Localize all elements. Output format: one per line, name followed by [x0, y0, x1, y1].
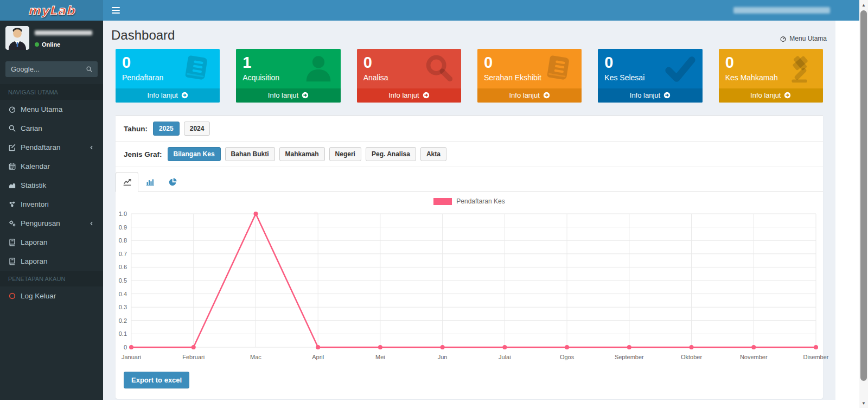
- sidebar-item-menu-utama[interactable]: Menu Utama: [0, 100, 103, 119]
- hamburger-icon: [112, 7, 120, 9]
- chart-type-tabs: [116, 172, 823, 192]
- svg-text:Oktober: Oktober: [681, 354, 702, 360]
- legend-label: Pendaftaran Kes: [456, 197, 505, 205]
- scroll-down-arrow[interactable]: ▼: [859, 399, 868, 407]
- arrow-circle-right-icon: [181, 92, 188, 99]
- svg-text:0.8: 0.8: [119, 237, 127, 244]
- svg-text:0.7: 0.7: [119, 251, 127, 257]
- sidebar-item-label: Inventori: [21, 200, 49, 208]
- app-logo[interactable]: myLab: [0, 0, 103, 21]
- sidebar-item-laporan-1[interactable]: Laporan: [0, 233, 103, 252]
- type-button-akta[interactable]: Akta: [420, 147, 446, 161]
- svg-text:Mei: Mei: [375, 354, 385, 360]
- type-button-negeri[interactable]: Negeri: [329, 147, 361, 161]
- arrow-circle-right-icon: [663, 92, 671, 99]
- info-lanjut-link[interactable]: Info lanjut: [477, 88, 582, 103]
- content-header: Dashboard Menu Utama: [103, 21, 835, 49]
- info-box-kes-selesai: 0 Kes Selesai Info lanjut: [598, 49, 702, 103]
- user-status[interactable]: Online: [35, 41, 92, 48]
- sidebar-item-pendaftaran[interactable]: Pendaftaran: [0, 138, 103, 157]
- pie-chart-icon: [168, 177, 177, 187]
- sidebar-item-label: Log Keluar: [21, 292, 56, 300]
- user-name-redacted: [35, 30, 92, 35]
- info-lanjut-link[interactable]: Info lanjut: [719, 88, 823, 103]
- scroll-up-arrow[interactable]: ▲: [859, 1, 868, 9]
- chart-panel: Tahun: 2025 2024 Jenis Graf: Bilangan Ke…: [116, 116, 823, 399]
- svg-text:Jun: Jun: [438, 354, 448, 360]
- year-button-2025[interactable]: 2025: [153, 122, 180, 136]
- chart-area: Pendaftaran Kes 00.10.20.30.40.50.60.70.…: [116, 192, 823, 365]
- scrollbar-thumb[interactable]: [860, 10, 867, 381]
- vertical-scrollbar[interactable]: ▲ ▼: [859, 0, 868, 408]
- breadcrumb[interactable]: Menu Utama: [780, 35, 827, 42]
- info-box-pendaftaran: 0 Pendaftaran Info lanjut: [116, 49, 220, 103]
- info-lanjut-link[interactable]: Info lanjut: [236, 88, 340, 103]
- svg-text:Ogos: Ogos: [560, 354, 575, 360]
- info-box-acquisition: 1 Acquisition Info lanjut: [236, 49, 340, 103]
- search-input[interactable]: [5, 61, 80, 77]
- sidebar-item-label: Laporan: [21, 257, 48, 265]
- cogs-icon: [8, 219, 21, 227]
- user-icon: [302, 52, 335, 88]
- export-to-excel-button[interactable]: Export to excel: [124, 372, 189, 388]
- tab-pie-chart[interactable]: [161, 172, 184, 192]
- sidebar-item-carian[interactable]: Carian: [0, 119, 103, 138]
- top-navbar: myLab: [0, 0, 859, 21]
- sidebar-section-navigasi: NAVIGASI UTAMA: [0, 84, 103, 100]
- legend-swatch: [433, 198, 452, 205]
- navbar-username-redacted[interactable]: [733, 7, 830, 14]
- arrow-circle-right-icon: [784, 92, 791, 99]
- sidebar-item-label: Menu Utama: [21, 105, 62, 113]
- bar-chart-icon: [145, 177, 155, 187]
- svg-text:0.9: 0.9: [119, 224, 127, 231]
- chevron-left-icon: [88, 220, 95, 227]
- svg-text:Julai: Julai: [499, 354, 511, 360]
- type-button-mahkamah[interactable]: Mahkamah: [279, 147, 325, 161]
- sidebar-toggle-button[interactable]: [103, 0, 128, 21]
- svg-text:0: 0: [124, 344, 127, 350]
- type-button-peg-analisa[interactable]: Peg. Analisa: [366, 147, 416, 161]
- svg-text:0.5: 0.5: [119, 277, 127, 284]
- type-button-bilangan-kes[interactable]: Bilangan Kes: [168, 147, 221, 161]
- info-lanjut-link[interactable]: Info lanjut: [598, 88, 702, 103]
- sidebar-item-pengurusan[interactable]: Pengurusan: [0, 214, 103, 233]
- tab-line-chart[interactable]: [116, 172, 138, 192]
- arrow-circle-right-icon: [543, 92, 550, 99]
- year-button-2024[interactable]: 2024: [184, 122, 210, 136]
- book-icon: [181, 52, 214, 88]
- sidebar-nav: Menu Utama Carian Pendaftaran Kalendar S…: [0, 100, 103, 271]
- info-box-serahan-ekshibit: 0 Serahan Ekshibit Info lanjut: [477, 49, 582, 103]
- search-icon: [8, 124, 21, 132]
- svg-text:Disember: Disember: [803, 354, 828, 360]
- search-submit-button[interactable]: [80, 61, 98, 77]
- sidebar-item-statistik[interactable]: Statistik: [0, 176, 103, 195]
- svg-text:September: September: [615, 354, 644, 360]
- online-status-label: Online: [42, 41, 60, 48]
- sidebar-item-label: Pendaftaran: [21, 143, 61, 151]
- sidebar-item-inventori[interactable]: Inventori: [0, 195, 103, 214]
- area-chart-icon: [8, 181, 21, 189]
- graph-type-filter-row: Jenis Graf: Bilangan Kes Bahan Bukti Mah…: [116, 142, 823, 167]
- info-box-kes-mahkamah: 0 Kes Mahkamah Info lanjut: [719, 49, 823, 103]
- sidebar-item-kalendar[interactable]: Kalendar: [0, 157, 103, 176]
- user-avatar: [5, 26, 29, 50]
- content-wrapper: Dashboard Menu Utama 0 Pendaftaran Info …: [103, 21, 835, 400]
- calendar-icon: [8, 162, 21, 170]
- book-icon: [8, 238, 21, 246]
- sidebar-item-log-keluar[interactable]: Log Keluar: [0, 286, 103, 305]
- jenis-graf-label: Jenis Graf:: [124, 150, 162, 158]
- info-lanjut-link[interactable]: Info lanjut: [116, 88, 220, 103]
- sidebar-user-panel: Online: [0, 21, 103, 55]
- sidebar-item-laporan-2[interactable]: Laporan: [0, 252, 103, 271]
- type-button-bahan-bukti[interactable]: Bahan Bukti: [225, 147, 275, 161]
- line-chart-icon: [123, 177, 132, 187]
- tab-bar-chart[interactable]: [138, 172, 161, 192]
- book-icon: [8, 257, 21, 265]
- sidebar-item-label: Laporan: [21, 238, 48, 246]
- sidebar-item-label: Pengurusan: [21, 219, 60, 227]
- info-lanjut-link[interactable]: Info lanjut: [357, 88, 461, 103]
- svg-text:0.6: 0.6: [119, 264, 127, 270]
- book-icon: [542, 52, 576, 88]
- chart-legend[interactable]: Pendaftaran Kes: [116, 196, 822, 207]
- sidebar-item-label: Statistik: [21, 181, 46, 189]
